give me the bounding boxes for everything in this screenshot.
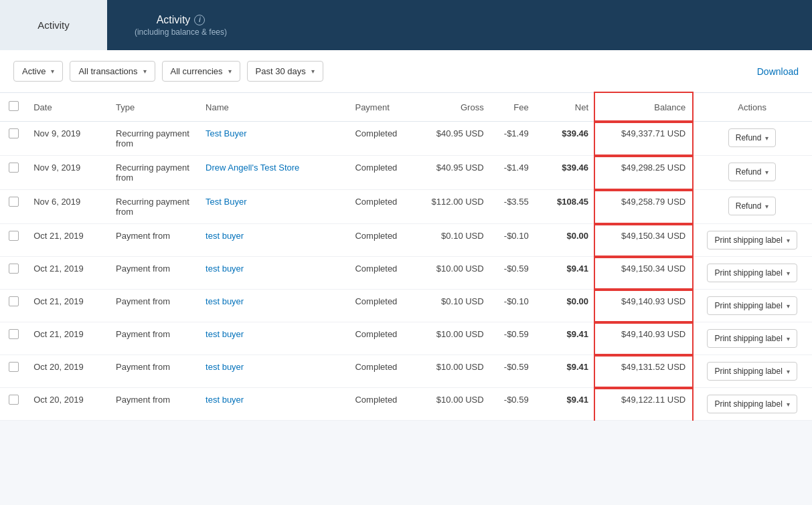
cell-type: Recurring payment from bbox=[109, 156, 199, 190]
cell-net: $9.41 bbox=[536, 355, 595, 388]
row-checkbox-cell[interactable] bbox=[0, 156, 27, 190]
name-link[interactable]: test buyer bbox=[206, 296, 244, 306]
name-link[interactable]: test buyer bbox=[206, 329, 244, 339]
header-name: Name bbox=[199, 93, 348, 122]
status-filter[interactable]: Active ▾ bbox=[13, 61, 63, 82]
tab-activity-active[interactable]: Activity i (including balance & fees) bbox=[107, 0, 254, 50]
row-checkbox[interactable] bbox=[9, 264, 19, 274]
action-label: Print shipping label bbox=[714, 334, 782, 343]
cell-type: Payment from bbox=[109, 224, 199, 257]
row-checkbox-cell[interactable] bbox=[0, 290, 27, 322]
type-filter[interactable]: All transactions ▾ bbox=[70, 61, 155, 82]
cell-name[interactable]: Test Buyer bbox=[199, 190, 348, 224]
name-link[interactable]: test buyer bbox=[206, 362, 244, 372]
name-link[interactable]: test buyer bbox=[206, 231, 244, 241]
row-checkbox[interactable] bbox=[9, 163, 19, 173]
cell-name[interactable]: test buyer bbox=[199, 322, 348, 355]
cell-name[interactable]: test buyer bbox=[199, 224, 348, 257]
cell-actions: Print shipping label ▾ bbox=[692, 224, 812, 257]
row-checkbox-cell[interactable] bbox=[0, 257, 27, 290]
period-filter[interactable]: Past 30 days ▾ bbox=[247, 61, 323, 82]
row-checkbox[interactable] bbox=[9, 395, 19, 405]
cell-date: Oct 21, 2019 bbox=[27, 290, 109, 322]
name-link[interactable]: test buyer bbox=[206, 395, 244, 405]
chevron-down-icon: ▾ bbox=[787, 302, 790, 310]
cell-payment: Completed bbox=[348, 122, 416, 156]
cell-name[interactable]: test buyer bbox=[199, 290, 348, 322]
cell-balance: $49,122.11 USD bbox=[595, 388, 692, 421]
table-row: Oct 21, 2019 Payment from test buyer Com… bbox=[0, 224, 812, 257]
cell-type: Payment from bbox=[109, 388, 199, 421]
tab-activity-inactive[interactable]: Activity bbox=[0, 0, 107, 50]
cell-name[interactable]: Test Buyer bbox=[199, 122, 348, 156]
row-checkbox[interactable] bbox=[9, 197, 19, 207]
name-link[interactable]: test buyer bbox=[206, 264, 244, 274]
select-all-checkbox[interactable] bbox=[9, 101, 19, 111]
action-button[interactable]: Print shipping label ▾ bbox=[707, 395, 797, 413]
cell-gross: $10.00 USD bbox=[416, 257, 491, 290]
cell-type: Payment from bbox=[109, 257, 199, 290]
cell-balance: $49,258.79 USD bbox=[595, 190, 692, 224]
chevron-down-icon: ▾ bbox=[787, 335, 790, 342]
header-fee: Fee bbox=[491, 93, 536, 122]
cell-type: Payment from bbox=[109, 355, 199, 388]
row-checkbox[interactable] bbox=[9, 362, 19, 372]
currency-filter-label: All currencies bbox=[171, 66, 223, 76]
cell-actions: Print shipping label ▾ bbox=[692, 257, 812, 290]
cell-name[interactable]: test buyer bbox=[199, 355, 348, 388]
cell-name[interactable]: test buyer bbox=[199, 257, 348, 290]
action-button[interactable]: Refund ▾ bbox=[728, 197, 777, 215]
transactions-table: Date Type Name Payment Gross Fee Net Bal… bbox=[0, 93, 812, 421]
action-button[interactable]: Print shipping label ▾ bbox=[707, 231, 797, 249]
row-checkbox-cell[interactable] bbox=[0, 355, 27, 388]
currency-filter[interactable]: All currencies ▾ bbox=[162, 61, 240, 82]
row-checkbox[interactable] bbox=[9, 231, 19, 241]
header-payment: Payment bbox=[348, 93, 416, 122]
filters-bar: Active ▾ All transactions ▾ All currenci… bbox=[0, 50, 812, 93]
cell-payment: Completed bbox=[348, 190, 416, 224]
row-checkbox-cell[interactable] bbox=[0, 190, 27, 224]
cell-gross: $40.95 USD bbox=[416, 156, 491, 190]
action-label: Refund bbox=[736, 167, 762, 177]
cell-net: $108.45 bbox=[536, 190, 595, 224]
chevron-down-icon: ▾ bbox=[787, 237, 790, 244]
select-all-header[interactable] bbox=[0, 93, 27, 122]
action-label: Print shipping label bbox=[714, 301, 782, 310]
action-button[interactable]: Print shipping label ▾ bbox=[707, 362, 797, 381]
cell-gross: $10.00 USD bbox=[416, 355, 491, 388]
row-checkbox[interactable] bbox=[9, 329, 19, 339]
cell-actions: Refund ▾ bbox=[692, 156, 812, 190]
row-checkbox-cell[interactable] bbox=[0, 224, 27, 257]
cell-actions: Print shipping label ▾ bbox=[692, 290, 812, 322]
row-checkbox[interactable] bbox=[9, 128, 19, 138]
cell-balance: $49,150.34 USD bbox=[595, 224, 692, 257]
row-checkbox[interactable] bbox=[9, 296, 19, 306]
action-label: Print shipping label bbox=[714, 399, 782, 409]
table-row: Oct 21, 2019 Payment from test buyer Com… bbox=[0, 257, 812, 290]
header-type: Type bbox=[109, 93, 199, 122]
chevron-down-icon: ▾ bbox=[787, 368, 790, 375]
tab-activity-active-title: Activity i bbox=[157, 14, 206, 26]
row-checkbox-cell[interactable] bbox=[0, 388, 27, 421]
row-checkbox-cell[interactable] bbox=[0, 322, 27, 355]
action-button[interactable]: Print shipping label ▾ bbox=[707, 329, 797, 348]
cell-fee: -$1.49 bbox=[491, 122, 536, 156]
action-button[interactable]: Refund ▾ bbox=[728, 128, 777, 147]
cell-type: Recurring payment from bbox=[109, 122, 199, 156]
cell-payment: Completed bbox=[348, 355, 416, 388]
header-actions: Actions bbox=[692, 93, 812, 122]
action-button[interactable]: Print shipping label ▾ bbox=[707, 296, 797, 315]
cell-name[interactable]: Drew Angell's Test Store bbox=[199, 156, 348, 190]
action-label: Refund bbox=[736, 201, 762, 211]
name-link[interactable]: Drew Angell's Test Store bbox=[206, 163, 299, 173]
name-link[interactable]: Test Buyer bbox=[206, 197, 246, 207]
cell-name[interactable]: test buyer bbox=[199, 388, 348, 421]
action-button[interactable]: Refund ▾ bbox=[728, 163, 777, 181]
action-button[interactable]: Print shipping label ▾ bbox=[707, 264, 797, 282]
cell-date: Nov 9, 2019 bbox=[27, 156, 109, 190]
name-link[interactable]: Test Buyer bbox=[206, 128, 246, 138]
table-row: Oct 21, 2019 Payment from test buyer Com… bbox=[0, 322, 812, 355]
cell-payment: Completed bbox=[348, 156, 416, 190]
row-checkbox-cell[interactable] bbox=[0, 122, 27, 156]
download-button[interactable]: Download bbox=[757, 66, 799, 77]
